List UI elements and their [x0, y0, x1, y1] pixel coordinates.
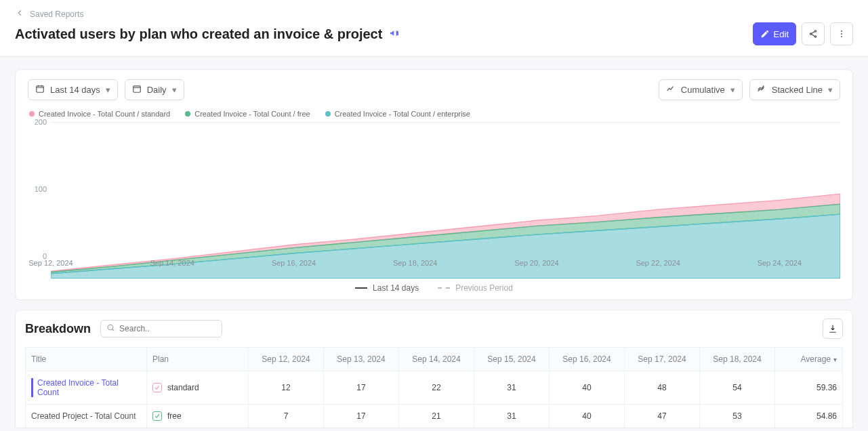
date-range-label: Last 14 days	[50, 85, 100, 95]
legend-free[interactable]: Created Invoice - Total Count / free	[194, 110, 310, 118]
calendar-icon	[35, 84, 45, 96]
chevron-down-icon: ▾	[828, 85, 833, 95]
chart-type-label: Stacked Line	[772, 85, 823, 95]
svg-point-5	[841, 36, 842, 37]
share-button[interactable]	[802, 22, 825, 45]
interval-dropdown[interactable]: Daily ▾	[125, 79, 184, 100]
period-current[interactable]: Last 14 days	[373, 283, 419, 293]
back-icon[interactable]	[15, 8, 24, 20]
page-title: Activated users by plan who created an i…	[15, 26, 382, 42]
period-previous[interactable]: Previous Period	[455, 283, 513, 293]
chevron-down-icon: ▾	[172, 85, 177, 95]
chevron-down-icon: ▾	[730, 85, 735, 95]
calendar-icon	[132, 84, 142, 96]
svg-point-1	[810, 33, 811, 35]
download-button[interactable]	[823, 319, 843, 339]
mode-label: Cumulative	[681, 85, 725, 95]
megaphone-icon	[389, 28, 400, 41]
interval-label: Daily	[147, 85, 167, 95]
breakdown-heading: Breakdown	[25, 322, 91, 336]
edit-button-label: Edit	[774, 29, 789, 39]
edit-button[interactable]: Edit	[753, 22, 796, 45]
chart[interactable]: 0100200 Sep 12, 2024Sep 14, 2024Sep 16, …	[28, 122, 840, 271]
svg-rect-6	[37, 86, 44, 92]
plan-checkbox[interactable]	[152, 383, 162, 392]
breakdown-row-title[interactable]: Created Project - Total Count	[31, 411, 136, 421]
svg-point-8	[108, 325, 113, 330]
breadcrumb-link[interactable]: Saved Reports	[30, 9, 83, 19]
search-icon	[106, 323, 115, 334]
svg-rect-7	[133, 86, 140, 92]
date-range-dropdown[interactable]: Last 14 days ▾	[28, 79, 118, 100]
plan-checkbox[interactable]	[152, 411, 162, 421]
series-legend: Created Invoice - Total Count / standard…	[29, 110, 840, 118]
breakdown-search-input[interactable]	[119, 324, 221, 333]
chart-type-dropdown[interactable]: Stacked Line ▾	[749, 79, 840, 100]
chevron-down-icon: ▾	[106, 85, 110, 95]
svg-point-2	[814, 36, 816, 37]
line-chart-icon	[666, 84, 676, 96]
legend-standard[interactable]: Created Invoice - Total Count / standard	[39, 110, 170, 118]
legend-enterprise[interactable]: Created Invoice - Total Count / enterpri…	[335, 110, 470, 118]
mode-dropdown[interactable]: Cumulative ▾	[659, 79, 743, 100]
breakdown-row-title[interactable]: Created Invoice - Total Count	[31, 378, 141, 397]
svg-point-3	[841, 30, 842, 32]
svg-point-0	[814, 30, 816, 32]
breakdown-search[interactable]	[100, 320, 222, 337]
stacked-line-icon	[757, 84, 766, 96]
svg-point-4	[841, 33, 842, 35]
more-menu-button[interactable]	[830, 22, 853, 45]
